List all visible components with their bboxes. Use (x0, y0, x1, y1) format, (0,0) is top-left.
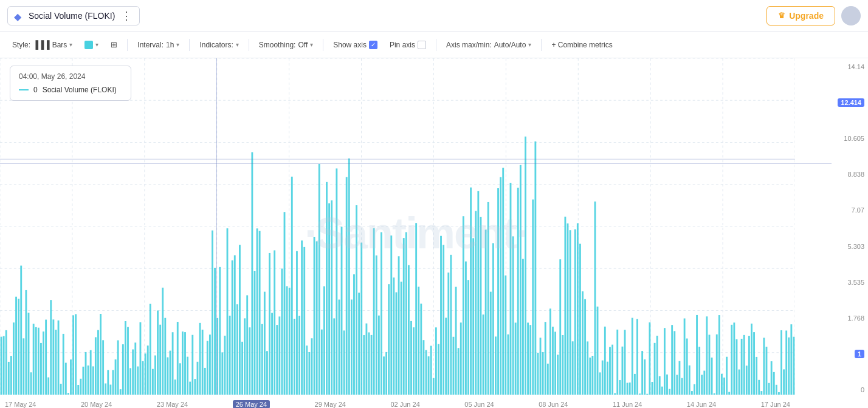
svg-rect-105 (209, 335, 211, 395)
avatar[interactable] (841, 6, 861, 25)
toolbar-divider-5 (436, 39, 436, 51)
svg-rect-326 (758, 380, 760, 395)
svg-rect-280 (644, 359, 646, 395)
svg-rect-221 (497, 188, 499, 395)
svg-rect-183 (403, 238, 405, 395)
svg-rect-228 (515, 322, 517, 395)
svg-rect-27 (15, 297, 17, 395)
svg-rect-70 (122, 344, 124, 395)
svg-rect-82 (152, 369, 154, 395)
svg-rect-235 (532, 200, 534, 395)
top-bar: ◆ Social Volume (FLOKI) ⋮ ♛ Upgrade (0, 0, 868, 32)
svg-rect-255 (582, 291, 584, 395)
svg-rect-301 (696, 315, 698, 395)
x-axis-label: 02 Jun 24 (390, 401, 419, 408)
svg-rect-277 (636, 319, 638, 395)
y-axis-label: 5.303 (832, 243, 864, 250)
svg-rect-225 (507, 335, 509, 395)
show-axis-checkbox[interactable]: ✓ (369, 41, 377, 49)
svg-rect-158 (341, 227, 343, 395)
x-axis-label: 23 May 24 (157, 401, 188, 408)
eth-icon: ◆ (14, 11, 24, 21)
svg-rect-334 (778, 392, 780, 395)
x-axis-label: 08 Jun 24 (539, 401, 568, 408)
svg-rect-256 (584, 299, 586, 395)
svg-rect-127 (264, 292, 266, 395)
svg-rect-21 (1, 337, 2, 395)
svg-rect-287 (661, 387, 663, 395)
svg-rect-199 (443, 245, 444, 395)
svg-rect-106 (212, 231, 213, 395)
toolbar: Style: ▐▐▐ Bars ▾ ▾ ⊞ Interval: 1h ▾ Ind… (0, 32, 868, 58)
svg-rect-66 (112, 370, 114, 395)
svg-rect-187 (413, 327, 415, 395)
indicators-selector[interactable]: Indicators: ▾ (195, 38, 243, 52)
svg-rect-129 (269, 253, 270, 395)
svg-rect-234 (529, 325, 531, 395)
svg-rect-218 (490, 292, 492, 395)
interval-selector[interactable]: Interval: 1h ▾ (133, 38, 184, 52)
svg-rect-64 (107, 370, 109, 395)
svg-rect-59 (95, 337, 97, 395)
svg-rect-299 (691, 391, 693, 395)
pin-axis-toggle[interactable]: Pin axis (385, 38, 431, 52)
svg-rect-44 (58, 321, 60, 395)
svg-rect-263 (602, 361, 604, 395)
metric-title-box[interactable]: ◆ Social Volume (FLOKI) ⋮ (7, 6, 140, 25)
svg-rect-31 (25, 290, 27, 395)
upgrade-button[interactable]: ♛ Upgrade (766, 6, 835, 25)
y-axis-label: 14.14 (832, 63, 864, 70)
svg-rect-150 (321, 330, 323, 395)
svg-rect-92 (177, 322, 179, 395)
style-selector[interactable]: Style: ▐▐▐ Bars ▾ (7, 38, 77, 52)
chart-bars (0, 58, 795, 395)
svg-rect-217 (487, 202, 489, 395)
svg-rect-206 (460, 322, 462, 395)
axis-maxmin-label: Axis max/min: (446, 41, 492, 49)
svg-rect-117 (239, 245, 241, 395)
svg-rect-248 (564, 217, 566, 395)
svg-rect-184 (405, 232, 407, 395)
svg-rect-286 (659, 376, 661, 395)
svg-rect-290 (669, 389, 670, 395)
svg-rect-283 (652, 382, 653, 395)
style-label: Style: (12, 41, 30, 49)
smoothing-selector[interactable]: Smoothing: Off ▾ (254, 38, 319, 52)
svg-rect-330 (768, 383, 770, 395)
svg-rect-120 (246, 295, 248, 395)
svg-rect-240 (545, 322, 546, 395)
svg-rect-269 (616, 330, 618, 395)
svg-rect-115 (234, 255, 236, 395)
combine-metrics-button[interactable]: + Combine metrics (546, 38, 617, 52)
chart-type-button[interactable]: ⊞ (106, 38, 122, 52)
svg-rect-270 (619, 380, 621, 395)
svg-rect-303 (701, 375, 703, 395)
svg-rect-166 (360, 243, 362, 395)
pin-axis-checkbox[interactable] (418, 41, 426, 49)
svg-rect-49 (70, 359, 72, 395)
svg-rect-259 (591, 356, 593, 395)
svg-rect-212 (475, 211, 477, 395)
svg-rect-97 (189, 382, 191, 395)
svg-rect-222 (500, 177, 501, 395)
y-axis-label: 8.838 (832, 171, 864, 178)
svg-rect-214 (480, 217, 482, 395)
svg-rect-33 (30, 372, 32, 395)
chart-main[interactable]: 04:00, May 26, 2024 0 Social Volume (FLO… (0, 58, 832, 408)
show-axis-toggle[interactable]: Show axis ✓ (328, 38, 382, 52)
color-picker[interactable]: ▾ (80, 38, 103, 52)
svg-rect-148 (316, 241, 318, 395)
toolbar-divider-3 (249, 39, 249, 51)
svg-rect-81 (150, 304, 151, 395)
style-value: Bars (52, 41, 67, 49)
svg-rect-51 (75, 314, 77, 395)
dots-menu-button[interactable]: ⋮ (120, 10, 133, 21)
svg-rect-110 (221, 352, 223, 395)
svg-rect-159 (343, 330, 345, 395)
svg-rect-278 (639, 393, 641, 395)
svg-rect-90 (172, 332, 174, 395)
svg-rect-239 (542, 352, 544, 395)
axis-maxmin-selector[interactable]: Axis max/min: Auto/Auto ▾ (441, 38, 536, 52)
svg-rect-74 (132, 349, 134, 395)
svg-rect-156 (336, 168, 337, 395)
